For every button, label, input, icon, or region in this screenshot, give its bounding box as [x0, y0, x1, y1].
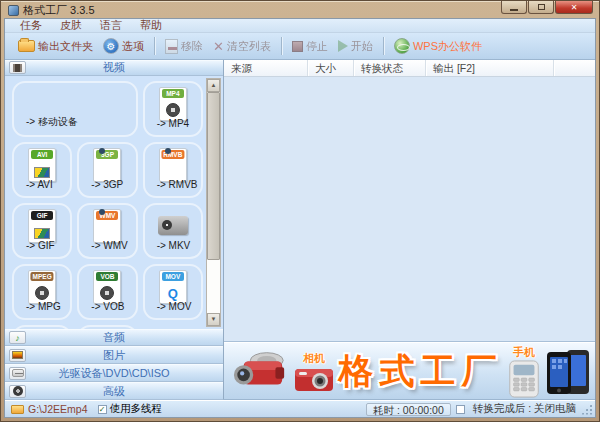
promo-banner: 相机 格式工厂 手机 — [224, 342, 595, 400]
camera-group: 相机 — [294, 351, 334, 393]
remove-button[interactable]: 移除 — [160, 37, 208, 56]
video-format-button-vob[interactable]: VOB -> VOB — [77, 264, 137, 320]
task-panel: 来源 大小 转换状态 输出 [F2] — [224, 60, 595, 400]
picture-icon — [9, 349, 26, 362]
category-audio[interactable]: 音频 ♪ — [5, 329, 223, 347]
column-output[interactable]: 输出 [F2] — [426, 60, 554, 76]
camera-label: 相机 — [303, 351, 325, 366]
category-rom-device[interactable]: 光驱设备\DVD\CD\ISO — [5, 364, 223, 382]
video-format-button-gif[interactable]: GIF -> GIF — [12, 203, 72, 259]
column-size[interactable]: 大小 — [308, 60, 354, 76]
scrollbar-thumb[interactable] — [207, 92, 220, 260]
multithread-checkbox[interactable]: ✓ — [98, 405, 107, 414]
video-format-button-mkv[interactable]: -> MKV — [143, 203, 203, 259]
options-button[interactable]: ⚙ 选项 — [98, 36, 149, 56]
shutdown-checkbox[interactable]: ✓ — [456, 405, 465, 414]
globe-icon — [394, 38, 410, 54]
elapsed-time: 耗时 : 00:00:00 — [366, 403, 451, 416]
menu-task[interactable]: 任务 — [11, 18, 51, 33]
app-frame: 任务 皮肤 语言 帮助 输出文件夹 ⚙ 选项 移除 ✕ 清空列表 — [4, 18, 596, 418]
start-button[interactable]: 开始 — [333, 37, 378, 56]
video-format-button-3gp[interactable]: 3GP -> 3GP — [77, 142, 137, 198]
scrollbar[interactable]: ▲ ▼ — [206, 78, 221, 327]
clear-list-label: 清空列表 — [227, 39, 271, 54]
window-controls: ✕ — [500, 1, 593, 14]
scroll-up-arrow[interactable]: ▲ — [207, 79, 220, 92]
video-format-button-mpg[interactable]: MPEG -> MPG — [12, 264, 72, 320]
disc-drive-icon — [9, 367, 26, 380]
column-source[interactable]: 来源 — [224, 60, 308, 76]
music-note-icon: ♪ — [9, 331, 26, 344]
advanced-gear-icon — [9, 385, 26, 398]
resize-grip[interactable] — [581, 404, 592, 415]
titlebar: 格式工厂 3.3.5 ✕ — [1, 1, 599, 18]
rmvb-file-icon: RMVB — [159, 148, 187, 182]
film-icon — [9, 61, 26, 74]
category-advanced[interactable]: 高级 — [5, 382, 223, 400]
mov-file-icon: MOV Q — [159, 270, 187, 304]
video-format-button-wmv[interactable]: WMV -> WMV — [77, 203, 137, 259]
video-format-button-mp4[interactable]: MP4 -> MP4 — [143, 81, 203, 137]
options-label: 选项 — [122, 39, 144, 54]
close-button[interactable]: ✕ — [555, 1, 593, 14]
play-icon — [338, 40, 348, 52]
feature-phone-image — [507, 360, 541, 398]
gear-icon: ⚙ — [103, 38, 119, 54]
mp4-file-icon: MP4 — [159, 87, 187, 121]
remove-label: 移除 — [181, 39, 203, 54]
wmv-file-icon: WMV — [93, 209, 121, 243]
column-status[interactable]: 转换状态 — [354, 60, 426, 76]
output-path-folder-icon[interactable] — [11, 405, 24, 414]
output-path[interactable]: G:\J2EEmp4 — [28, 403, 88, 415]
menu-bar: 任务 皮肤 语言 帮助 — [5, 19, 595, 33]
main-area: 视频 -> 移动设备 MP4 -> MP4 — [5, 60, 595, 400]
app-icon — [8, 5, 19, 16]
camcorder-icon — [158, 216, 188, 235]
sidebar: 视频 -> 移动设备 MP4 -> MP4 — [5, 60, 224, 400]
category-video-label: 视频 — [5, 60, 223, 75]
shutdown-label: 转换完成后 : 关闭电脑 — [473, 402, 576, 416]
stop-icon — [292, 41, 303, 52]
video-format-button-avi[interactable]: AVI -> AVI — [12, 142, 72, 198]
stop-label: 停止 — [306, 39, 328, 54]
toolbar-separator — [154, 37, 155, 55]
app-window: 格式工厂 3.3.5 ✕ 任务 皮肤 语言 帮助 输出文件夹 ⚙ 选项 — [0, 0, 600, 422]
output-folder-button[interactable]: 输出文件夹 — [13, 37, 98, 56]
category-video-header[interactable]: 视频 — [5, 60, 223, 76]
remove-icon — [165, 39, 178, 54]
task-table-header: 来源 大小 转换状态 输出 [F2] — [224, 60, 595, 77]
status-bar: G:\J2EEmp4 ✓ 使用多线程 耗时 : 00:00:00 ✓ 转换完成后… — [5, 400, 595, 417]
minimize-icon — [510, 9, 518, 11]
video-format-button-mobile-device[interactable]: -> 移动设备 — [12, 81, 138, 137]
toolbar: 输出文件夹 ⚙ 选项 移除 ✕ 清空列表 停止 开始 — [5, 33, 595, 60]
mpeg-file-icon: MPEG — [28, 270, 56, 304]
camera-image — [294, 366, 334, 393]
minimize-button[interactable] — [501, 1, 527, 14]
menu-skin[interactable]: 皮肤 — [51, 18, 91, 33]
multithread-label: 使用多线程 — [110, 402, 163, 416]
phone-label: 手机 — [513, 345, 535, 360]
output-folder-label: 输出文件夹 — [38, 39, 93, 54]
smartphone-image — [545, 348, 591, 396]
maximize-button[interactable] — [528, 1, 554, 14]
clear-list-button[interactable]: ✕ 清空列表 — [208, 37, 276, 56]
video-format-button-mov[interactable]: MOV Q -> MOV — [143, 264, 203, 320]
category-image[interactable]: 图片 — [5, 346, 223, 364]
menu-help[interactable]: 帮助 — [131, 18, 171, 33]
maximize-icon — [538, 4, 545, 10]
scrollbar-track[interactable] — [207, 260, 220, 313]
video-format-button-rmvb[interactable]: RMVB -> RMVB — [143, 142, 203, 198]
menu-language[interactable]: 语言 — [91, 18, 131, 33]
start-label: 开始 — [351, 39, 373, 54]
video-format-grid: -> 移动设备 MP4 -> MP4 AVI — [5, 76, 223, 329]
task-list[interactable] — [224, 77, 595, 342]
avi-file-icon: AVI — [28, 148, 56, 182]
phone-group: 手机 — [507, 345, 541, 398]
wps-label: WPS办公软件 — [413, 39, 482, 54]
scroll-down-arrow[interactable]: ▼ — [207, 313, 220, 326]
wps-button[interactable]: WPS办公软件 — [389, 36, 487, 56]
clear-list-icon: ✕ — [213, 40, 224, 53]
camcorder-image — [232, 350, 288, 394]
window-title: 格式工厂 3.3.5 — [23, 3, 95, 18]
stop-button[interactable]: 停止 — [287, 37, 333, 56]
